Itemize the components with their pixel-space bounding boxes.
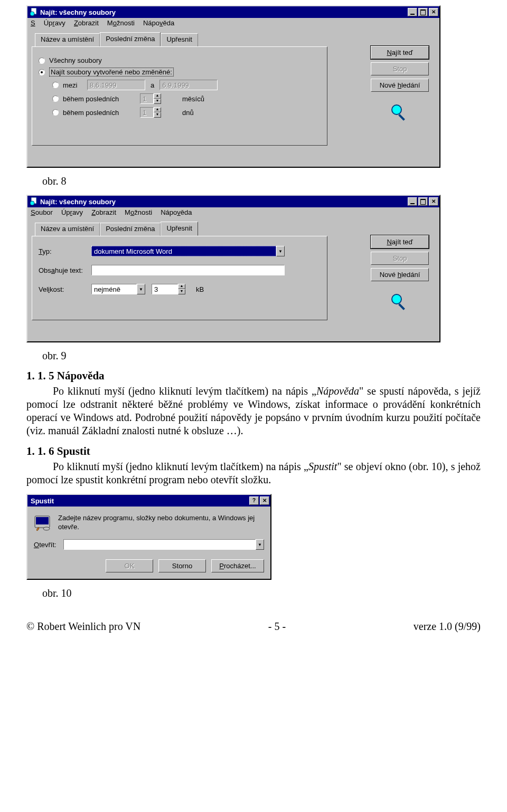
close-button[interactable]: [429, 197, 438, 206]
radio-last-days-label: během posledních: [63, 109, 140, 117]
open-input[interactable]: [63, 539, 256, 550]
menu-view[interactable]: Zobrazit: [91, 208, 116, 216]
cancel-button[interactable]: Storno: [158, 559, 206, 572]
window-title: Najít: všechny soubory: [40, 8, 407, 16]
months-input[interactable]: 1: [140, 93, 154, 104]
stop-button: Stop: [371, 252, 429, 265]
menu-options[interactable]: Možnosti: [125, 208, 152, 216]
menu-edit[interactable]: Úpravy: [61, 208, 83, 216]
size-spinner[interactable]: ▲ ▼: [178, 284, 185, 294]
radio-between[interactable]: [52, 82, 59, 88]
radio-all-files-label: Všechny soubory: [49, 56, 102, 64]
magnifier-icon: [391, 292, 409, 313]
between-connector: a: [151, 81, 154, 89]
size-mode-combo[interactable]: nejméně ▼: [91, 284, 145, 294]
menu-help[interactable]: Nápověda: [143, 19, 174, 27]
window-title: Najít: všechny soubory: [40, 198, 407, 206]
help-button[interactable]: [249, 496, 259, 505]
find-now-button[interactable]: Najít teď: [371, 46, 429, 59]
stop-button: Stop: [371, 62, 429, 75]
size-mode-value: nejméně: [91, 284, 137, 294]
menubar: S Úpravy Zobrazit Možnosti Nápověda: [27, 18, 439, 28]
find-now-button[interactable]: Najít teď: [371, 235, 429, 249]
find-window-advanced: Najít: všechny soubory Soubor Úpravy Zob…: [26, 195, 440, 342]
titlebar[interactable]: Spustit: [27, 495, 270, 507]
radio-all-files[interactable]: [39, 58, 45, 64]
run-dialog-icon: [34, 514, 52, 532]
tab-last-change[interactable]: Poslední změna: [100, 223, 161, 236]
browse-button[interactable]: Procházet...: [211, 559, 264, 572]
days-unit-label: dnů: [182, 109, 194, 117]
tab-last-change[interactable]: Poslední změna: [100, 32, 161, 46]
menu-view[interactable]: Zobrazit: [74, 19, 99, 27]
tab-name-location[interactable]: Název a umístění: [35, 33, 100, 46]
tab-advanced[interactable]: Upřesnit: [161, 222, 198, 236]
radio-last-days[interactable]: [52, 109, 59, 116]
open-combo[interactable]: ▼: [63, 539, 264, 550]
menu-file[interactable]: S: [31, 19, 35, 27]
type-value: dokument Microsoft Word: [91, 246, 276, 256]
radio-find-created-changed[interactable]: [39, 69, 45, 75]
run-title: Spustit: [31, 497, 248, 505]
contains-label: Obsahuje text:: [39, 266, 91, 274]
spin-down-icon[interactable]: ▼: [154, 112, 161, 118]
tab-panel: Typ: dokument Microsoft Word ▼ Obsahuje …: [32, 236, 327, 320]
menu-help[interactable]: Nápověda: [161, 208, 192, 216]
maximize-button[interactable]: [418, 8, 428, 16]
dropdown-arrow-icon[interactable]: ▼: [276, 246, 285, 256]
maximize-button[interactable]: [418, 197, 428, 206]
section-1-1-5-heading: 1. 1. 5 Nápověda: [26, 369, 481, 383]
dropdown-arrow-icon[interactable]: ▼: [137, 284, 145, 294]
find-app-icon: [30, 197, 38, 206]
radio-find-created-changed-label: Najít soubory vytvořené nebo změněné:: [49, 68, 174, 77]
spin-down-icon[interactable]: ▼: [178, 289, 185, 294]
right-button-column: Najít teď Stop Nové hledání: [371, 235, 429, 313]
run-dialog: Spustit Zadejte název programu, složky n…: [26, 494, 271, 580]
titlebar[interactable]: Najít: všechny soubory: [27, 196, 439, 207]
tab-advanced[interactable]: Upřesnit: [161, 33, 198, 46]
tab-name-location[interactable]: Název a umístění: [35, 223, 100, 236]
menu-edit[interactable]: Úpravy: [44, 19, 65, 27]
days-spinner[interactable]: ▲ ▼: [154, 107, 161, 118]
months-unit-label: měsíců: [182, 95, 204, 103]
new-search-button[interactable]: Nové hledání: [371, 268, 429, 281]
ok-button: OK: [106, 559, 153, 572]
spin-up-icon[interactable]: ▲: [154, 93, 161, 99]
magnifier-icon: [391, 102, 409, 123]
new-search-button[interactable]: Nové hledání: [371, 79, 429, 92]
date-from-input[interactable]: 8.6.1999: [87, 80, 145, 90]
close-button[interactable]: [429, 8, 438, 16]
tabstrip: Název a umístění Poslední změna Upřesnit: [35, 223, 327, 236]
figure-caption-10: obr. 10: [42, 587, 481, 599]
size-value-input[interactable]: 3: [152, 284, 178, 294]
contains-input[interactable]: [91, 265, 285, 275]
section-1-1-6-heading: 1. 1. 6 Spustit: [26, 445, 481, 458]
dropdown-arrow-icon[interactable]: ▼: [256, 539, 264, 550]
right-button-column: Najít teď Stop Nové hledání: [371, 46, 429, 123]
months-spinner[interactable]: ▲ ▼: [154, 93, 161, 104]
spin-down-icon[interactable]: ▼: [154, 99, 161, 104]
days-input[interactable]: 1: [140, 107, 154, 118]
minimize-button[interactable]: [408, 8, 417, 16]
figure-caption-9: obr. 9: [42, 350, 481, 362]
menu-options[interactable]: Možnosti: [107, 19, 135, 27]
radio-between-label: mezi: [63, 81, 87, 89]
type-combo[interactable]: dokument Microsoft Word ▼: [91, 246, 285, 256]
run-description: Zadejte název programu, složky nebo doku…: [58, 514, 264, 532]
menu-file[interactable]: Soubor: [31, 208, 53, 216]
spin-up-icon[interactable]: ▲: [178, 284, 185, 289]
open-label: Otevřít:: [34, 541, 63, 549]
date-to-input[interactable]: 6.9.1999: [159, 80, 218, 90]
figure-caption-8: obr. 8: [42, 175, 481, 187]
size-unit-label: kB: [196, 285, 204, 293]
radio-last-months-label: během posledních: [63, 95, 140, 103]
page-footer: © Robert Weinlich pro VN - 5 - verze 1.0…: [26, 620, 481, 633]
close-button[interactable]: [260, 496, 269, 505]
find-app-icon: [30, 8, 38, 16]
section-1-1-6-body: Po kliknutí myší (jedno kliknutí levým t…: [26, 460, 481, 486]
spin-up-icon[interactable]: ▲: [154, 107, 161, 112]
titlebar[interactable]: Najít: všechny soubory: [27, 6, 439, 18]
radio-last-months[interactable]: [52, 95, 59, 102]
type-label: Typ:: [39, 247, 91, 255]
minimize-button[interactable]: [408, 197, 417, 206]
